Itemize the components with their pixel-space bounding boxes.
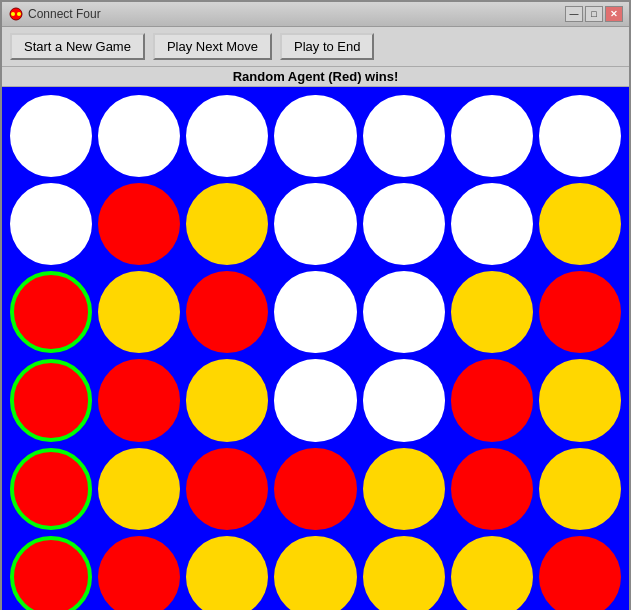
table-row <box>186 448 268 530</box>
table-row <box>10 359 92 441</box>
app-icon <box>8 6 24 22</box>
table-row <box>98 448 180 530</box>
table-row <box>186 95 268 177</box>
table-row <box>363 448 445 530</box>
table-row <box>451 271 533 353</box>
table-row <box>539 271 621 353</box>
table-row <box>363 95 445 177</box>
table-row <box>98 271 180 353</box>
table-row <box>10 448 92 530</box>
minimize-button[interactable]: — <box>565 6 583 22</box>
table-row <box>274 448 356 530</box>
title-buttons: — □ ✕ <box>565 6 623 22</box>
table-row <box>539 536 621 610</box>
table-row <box>363 359 445 441</box>
table-row <box>274 95 356 177</box>
table-row <box>98 95 180 177</box>
close-button[interactable]: ✕ <box>605 6 623 22</box>
svg-point-2 <box>17 12 21 16</box>
table-row <box>363 271 445 353</box>
table-row <box>539 95 621 177</box>
svg-point-1 <box>11 12 15 16</box>
table-row <box>10 95 92 177</box>
board-area <box>2 87 629 610</box>
table-row <box>539 183 621 265</box>
table-row <box>363 536 445 610</box>
table-row <box>274 359 356 441</box>
table-row <box>186 359 268 441</box>
table-row <box>186 271 268 353</box>
maximize-button[interactable]: □ <box>585 6 603 22</box>
table-row <box>539 448 621 530</box>
table-row <box>274 183 356 265</box>
table-row <box>10 271 92 353</box>
table-row <box>186 183 268 265</box>
table-row <box>274 536 356 610</box>
play-end-button[interactable]: Play to End <box>280 33 375 60</box>
table-row <box>98 359 180 441</box>
table-row <box>10 536 92 610</box>
window-title: Connect Four <box>28 7 101 21</box>
table-row <box>363 183 445 265</box>
status-bar: Random Agent (Red) wins! <box>2 67 629 87</box>
table-row <box>451 536 533 610</box>
status-message: Random Agent (Red) wins! <box>233 69 399 84</box>
table-row <box>451 359 533 441</box>
table-row <box>186 536 268 610</box>
table-row <box>451 448 533 530</box>
toolbar: Start a New Game Play Next Move Play to … <box>2 27 629 67</box>
title-bar-left: Connect Four <box>8 6 101 22</box>
table-row <box>451 183 533 265</box>
table-row <box>451 95 533 177</box>
game-board <box>10 95 621 610</box>
table-row <box>98 183 180 265</box>
table-row <box>274 271 356 353</box>
main-window: Connect Four — □ ✕ Start a New Game Play… <box>0 0 631 610</box>
table-row <box>98 536 180 610</box>
title-bar: Connect Four — □ ✕ <box>2 2 629 27</box>
new-game-button[interactable]: Start a New Game <box>10 33 145 60</box>
table-row <box>10 183 92 265</box>
next-move-button[interactable]: Play Next Move <box>153 33 272 60</box>
table-row <box>539 359 621 441</box>
